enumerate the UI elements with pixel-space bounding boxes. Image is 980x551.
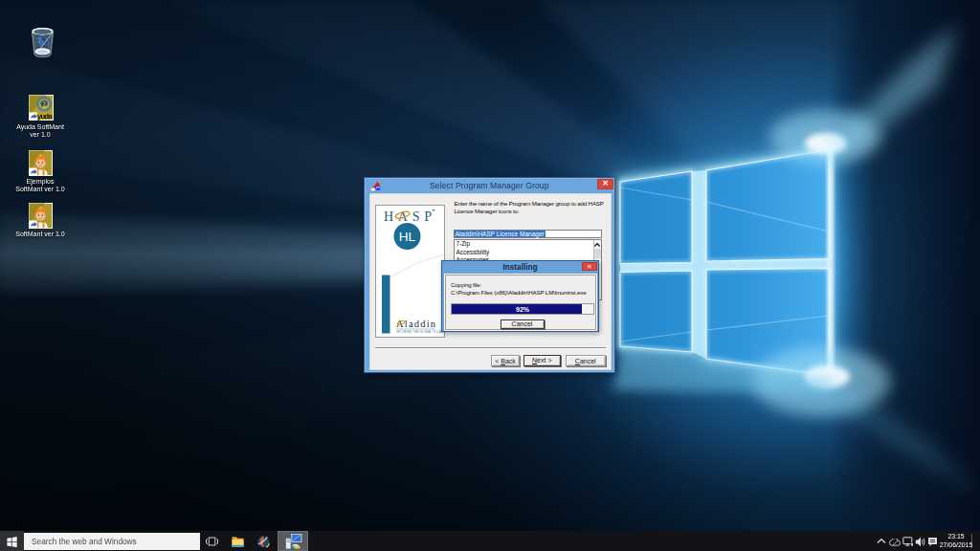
svg-text:yuda: yuda (37, 112, 53, 121)
svg-text:SECURING THE GLOBAL VILLAGE: SECURING THE GLOBAL VILLAGE (396, 329, 445, 333)
svg-text:HL: HL (398, 230, 415, 244)
svg-text:Aladdin: Aladdin (396, 318, 436, 328)
svg-text:?: ? (42, 100, 46, 107)
